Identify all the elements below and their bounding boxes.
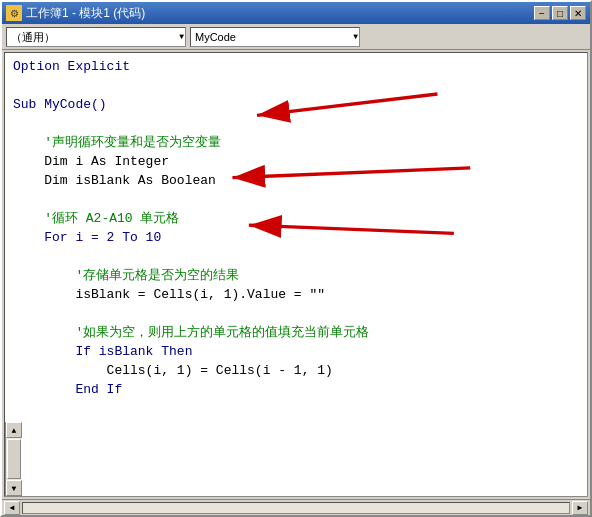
minimize-button[interactable]: − [534, 6, 550, 20]
code-area[interactable]: Option Explicit Sub MyCode() '声明循环变量和是否为… [4, 52, 588, 497]
code-line: End If [13, 380, 579, 399]
code-line: Next i [13, 418, 579, 422]
code-line: '声明循环变量和是否为空变量 [13, 133, 579, 152]
code-line: For i = 2 To 10 [13, 228, 579, 247]
code-line [13, 114, 579, 133]
horizontal-scroll-track[interactable] [22, 502, 570, 514]
scroll-left-button[interactable]: ◀ [4, 501, 20, 515]
code-line: Option Explicit [13, 57, 579, 76]
code-line: isBlank = Cells(i, 1).Value = "" [13, 285, 579, 304]
window-icon: ⚙ [6, 5, 22, 21]
right-dropdown-wrap: MyCode ▼ [190, 27, 360, 47]
scroll-down-button[interactable]: ▼ [6, 480, 22, 496]
code-line [13, 399, 579, 418]
code-line: If isBlank Then [13, 342, 579, 361]
code-scroll: Option Explicit Sub MyCode() '声明循环变量和是否为… [5, 53, 587, 422]
code-line: Sub MyCode() [13, 95, 579, 114]
code-line: Cells(i, 1) = Cells(i - 1, 1) [13, 361, 579, 380]
window-title: 工作簿1 - 模块1 (代码) [26, 5, 145, 22]
code-line: Dim i As Integer [13, 152, 579, 171]
left-dropdown-wrap: （通用） ▼ [6, 27, 186, 47]
code-lines-container: Option Explicit Sub MyCode() '声明循环变量和是否为… [13, 57, 579, 422]
scroll-right-button[interactable]: ▶ [572, 501, 588, 515]
scroll-up-button[interactable]: ▲ [6, 422, 22, 438]
code-line: '如果为空，则用上方的单元格的值填充当前单元格 [13, 323, 579, 342]
procedure-dropdown[interactable]: MyCode [190, 27, 360, 47]
code-line [13, 247, 579, 266]
code-line: Dim isBlank As Boolean [13, 171, 579, 190]
close-button[interactable]: ✕ [570, 6, 586, 20]
code-line [13, 304, 579, 323]
code-line: '循环 A2-A10 单元格 [13, 209, 579, 228]
title-buttons: − □ ✕ [534, 6, 586, 20]
object-dropdown[interactable]: （通用） [6, 27, 186, 47]
title-bar: ⚙ 工作簿1 - 模块1 (代码) − □ ✕ [2, 2, 590, 24]
title-bar-left: ⚙ 工作簿1 - 模块1 (代码) [6, 5, 145, 22]
bottom-bar: ◀ ▶ [2, 499, 590, 515]
maximize-button[interactable]: □ [552, 6, 568, 20]
vertical-scrollbar[interactable]: ▲ ▼ [5, 422, 21, 496]
vba-editor-window: ⚙ 工作簿1 - 模块1 (代码) − □ ✕ （通用） ▼ MyCode ▼ [0, 0, 592, 517]
code-line [13, 190, 579, 209]
scroll-thumb[interactable] [7, 439, 21, 479]
code-line: '存储单元格是否为空的结果 [13, 266, 579, 285]
code-line [13, 76, 579, 95]
toolbar: （通用） ▼ MyCode ▼ [2, 24, 590, 50]
scroll-track [6, 438, 21, 480]
editor-container: Option Explicit Sub MyCode() '声明循环变量和是否为… [2, 50, 590, 499]
